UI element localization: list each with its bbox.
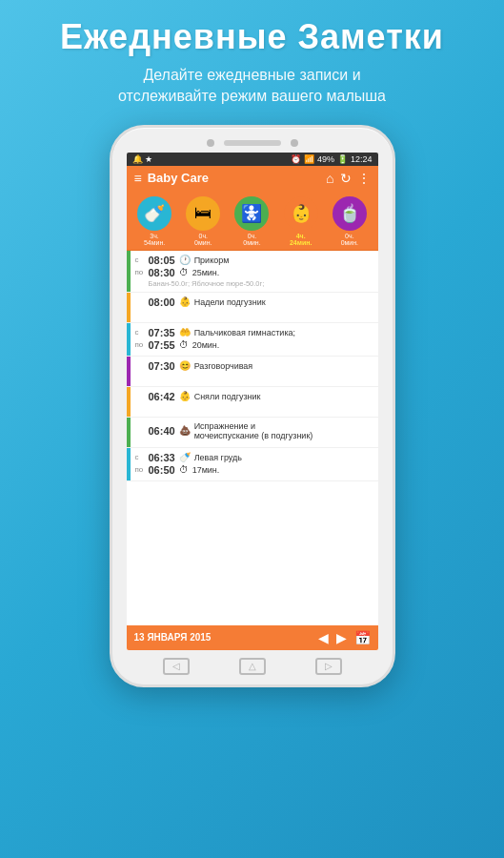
phone-camera [207,139,214,147]
timeline-item-1: с 08:05 🕐 Прикорм по 08:30 ⏱ 25мин. Бана… [127,251,378,293]
back-button[interactable]: ◁ [163,658,190,675]
tab-food[interactable]: 🍵 0ч.0мин. [333,196,367,246]
next-day-button[interactable]: ▶ [336,630,347,645]
timeline-item-4: 07:30 😊 Разговорчивая [127,357,378,387]
recents-button[interactable]: ▷ [315,658,342,675]
content-2: 08:00 👶 Надели подгузник [131,293,378,322]
timeline-item-2: 08:00 👶 Надели подгузник [127,293,378,323]
home-icon[interactable]: ⌂ [326,171,333,186]
menu-icon[interactable]: ≡ [134,171,142,186]
calendar-button[interactable]: 📅 [354,630,371,645]
signal-icon: 📶 [304,154,314,164]
tab-sleep[interactable]: 🛏 0ч.0мин. [186,196,220,246]
timeline: с 08:05 🕐 Прикорм по 08:30 ⏱ 25мин. Бана… [127,251,378,625]
status-left: 🔔 ★ [132,154,153,164]
content-4: 07:30 😊 Разговорчивая [131,357,378,386]
battery-icon: 🔋 [337,154,348,164]
phone: 🔔 ★ ⏰ 📶 49% 🔋 12:24 ≡ Baby Care ⌂ ↻ ⋮ 🍼 … [110,125,395,687]
content-7: с 06:33 🍼 Левая грудь по 06:50 ⏱ 17мин. [131,448,378,480]
status-bar: 🔔 ★ ⏰ 📶 49% 🔋 12:24 [127,153,378,166]
status-time: 12:24 [351,154,373,164]
timeline-item-3: с 07:35 🤲 Пальчиковая гимнастика; по 07:… [127,323,378,357]
status-right: ⏰ 📶 49% 🔋 12:24 [291,154,373,164]
timeline-item-5: 06:42 👶 Сняли подгузник [127,387,378,418]
phone-camera-2 [291,139,298,147]
walk-time: 0ч.0мин. [243,233,260,246]
phone-screen: 🔔 ★ ⏰ 📶 49% 🔋 12:24 ≡ Baby Care ⌂ ↻ ⋮ 🍼 … [127,153,378,650]
item-1-detail: Банан-50.0г; Яблочное пюре-50.0г; [149,279,373,288]
phone-top [112,137,393,153]
page-title: Ежедневные Заметки [60,17,444,57]
icon-tabs: 🍼 3ч.54мин. 🛏 0ч.0мин. 🚼 0ч.0мин. 👶 4ч.2… [127,191,378,251]
timeline-item-7: с 06:33 🍼 Левая грудь по 06:50 ⏱ 17мин. [127,448,378,481]
sleep-icon: 🛏 [186,196,220,231]
diaper-time: 4ч.24мин. [290,233,312,246]
tab-walk[interactable]: 🚼 0ч.0мин. [234,196,269,246]
battery-percent: 49% [317,154,334,164]
timeline-item-6: 06:40 💩 Испражнение имочеиспускание (в п… [127,418,378,448]
diaper-icon: 👶 [284,196,318,231]
phone-nav-buttons: ◁ △ ▷ [138,650,367,677]
refresh-icon[interactable]: ↻ [340,171,352,186]
bottom-bar: 13 ЯНВАРЯ 2015 ◀ ▶ 📅 [127,625,378,650]
home-button[interactable]: △ [239,658,266,675]
current-date: 13 ЯНВАРЯ 2015 [134,632,212,643]
bottle-time: 3ч.54мин. [144,233,165,246]
status-icon: 🔔 ★ [132,154,153,164]
tab-bottle[interactable]: 🍼 3ч.54мин. [137,196,171,246]
alarm-icon: ⏰ [291,154,301,164]
content-3: с 07:35 🤲 Пальчиковая гимнастика; по 07:… [131,323,378,356]
walk-icon: 🚼 [234,196,269,231]
content-5: 06:42 👶 Сняли подгузник [131,387,378,417]
app-bar: ≡ Baby Care ⌂ ↻ ⋮ [127,166,378,191]
bottle-icon: 🍼 [137,196,171,231]
sleep-time: 0ч.0мин. [194,233,212,246]
page-header: Ежедневные Заметки Делайте ежедневные за… [41,0,463,115]
food-time: 0ч.0мин. [341,233,358,246]
date-navigation: ◀ ▶ 📅 [318,630,371,645]
content-6: 06:40 💩 Испражнение имочеиспускание (в п… [131,418,378,447]
content-1: с 08:05 🕐 Прикорм по 08:30 ⏱ 25мин. Бана… [131,251,378,292]
more-icon[interactable]: ⋮ [357,171,371,186]
phone-speaker [224,140,281,146]
food-icon: 🍵 [333,196,367,231]
tab-diaper[interactable]: 👶 4ч.24мин. [284,196,318,246]
prev-day-button[interactable]: ◀ [318,630,329,645]
app-title: Baby Care [148,171,320,185]
page-subtitle: Делайте ежедневные записи иотслеживайте … [60,65,444,108]
